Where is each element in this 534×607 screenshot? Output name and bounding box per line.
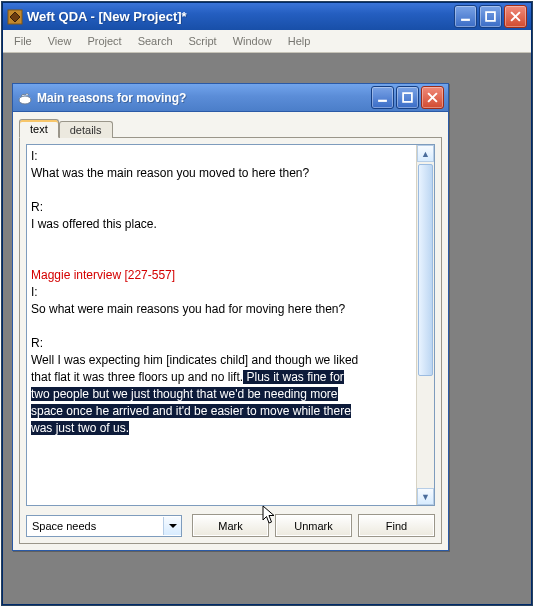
doc-line: I: — [31, 285, 38, 299]
doc-line: R: — [31, 336, 43, 350]
inner-title: Main reasons for moving? — [37, 91, 371, 105]
inner-window: Main reasons for moving? text deta — [12, 83, 449, 551]
doc-line: So what were main reasons you had for mo… — [31, 302, 345, 316]
menu-file[interactable]: File — [7, 33, 39, 49]
unmark-button[interactable]: Unmark — [275, 514, 352, 537]
svg-rect-5 — [403, 93, 412, 102]
document-text[interactable]: I: What was the main reason you moved to… — [27, 145, 416, 505]
mark-button[interactable]: Mark — [192, 514, 269, 537]
doc-line: R: — [31, 200, 43, 214]
app-window-controls — [454, 5, 531, 28]
scroll-up-button[interactable]: ▲ — [417, 145, 434, 162]
doc-selected: space once he arrived and it'd be easier… — [31, 404, 351, 418]
scrollbar-vertical[interactable]: ▲ ▼ — [416, 145, 434, 505]
menu-search[interactable]: Search — [131, 33, 180, 49]
doc-line: I was offered this place. — [31, 217, 157, 231]
app-close-button[interactable] — [504, 5, 527, 28]
doc-line: that flat it was three floors up and no … — [31, 370, 243, 384]
svg-rect-4 — [378, 100, 387, 102]
inner-window-controls — [371, 86, 448, 109]
doc-line: Well I was expecting him [indicates chil… — [31, 353, 358, 367]
button-row: Mark Unmark Find — [192, 514, 435, 537]
menu-project[interactable]: Project — [80, 33, 128, 49]
inner-close-button[interactable] — [421, 86, 444, 109]
doc-selected: Plus it was fine for — [243, 370, 344, 384]
tab-text[interactable]: text — [19, 119, 59, 138]
app-title: Weft QDA - [New Project]* — [27, 9, 454, 24]
scroll-thumb[interactable] — [418, 164, 433, 376]
document-area: I: What was the main reason you moved to… — [26, 144, 435, 506]
app-minimize-button[interactable] — [454, 5, 477, 28]
tab-panel: I: What was the main reason you moved to… — [19, 137, 442, 544]
inner-body: text details I: What was the main reason… — [13, 112, 448, 550]
code-dropdown-value: Space needs — [27, 520, 163, 532]
doc-selected: was just two of us. — [31, 421, 129, 435]
scroll-down-button[interactable]: ▼ — [417, 488, 434, 505]
scroll-track[interactable] — [417, 162, 434, 488]
tabstrip: text details — [19, 116, 442, 137]
menu-script[interactable]: Script — [182, 33, 224, 49]
find-button[interactable]: Find — [358, 514, 435, 537]
tab-details[interactable]: details — [59, 121, 113, 138]
svg-rect-2 — [486, 12, 495, 21]
chevron-down-icon[interactable] — [163, 517, 181, 535]
svg-rect-1 — [461, 19, 470, 21]
app-titlebar: Weft QDA - [New Project]* — [3, 3, 531, 30]
inner-minimize-button[interactable] — [371, 86, 394, 109]
svg-point-3 — [19, 96, 31, 104]
code-dropdown[interactable]: Space needs — [26, 515, 182, 537]
menu-view[interactable]: View — [41, 33, 79, 49]
workspace: Main reasons for moving? text deta — [3, 53, 531, 604]
doc-line: I: — [31, 149, 38, 163]
menubar: File View Project Search Script Window H… — [3, 30, 531, 53]
app-maximize-button[interactable] — [479, 5, 502, 28]
doc-line: What was the main reason you moved to he… — [31, 166, 309, 180]
bottom-toolbar: Space needs Mark Unmark Find — [26, 514, 435, 537]
doc-heading: Maggie interview [227-557] — [31, 268, 175, 282]
inner-titlebar[interactable]: Main reasons for moving? — [13, 84, 448, 112]
inner-maximize-button[interactable] — [396, 86, 419, 109]
app-window: Weft QDA - [New Project]* File View Proj… — [2, 2, 532, 605]
doc-selected: two people but we just thought that we'd… — [31, 387, 338, 401]
app-icon — [7, 9, 23, 25]
menu-help[interactable]: Help — [281, 33, 318, 49]
document-icon — [17, 90, 33, 106]
menu-window[interactable]: Window — [226, 33, 279, 49]
